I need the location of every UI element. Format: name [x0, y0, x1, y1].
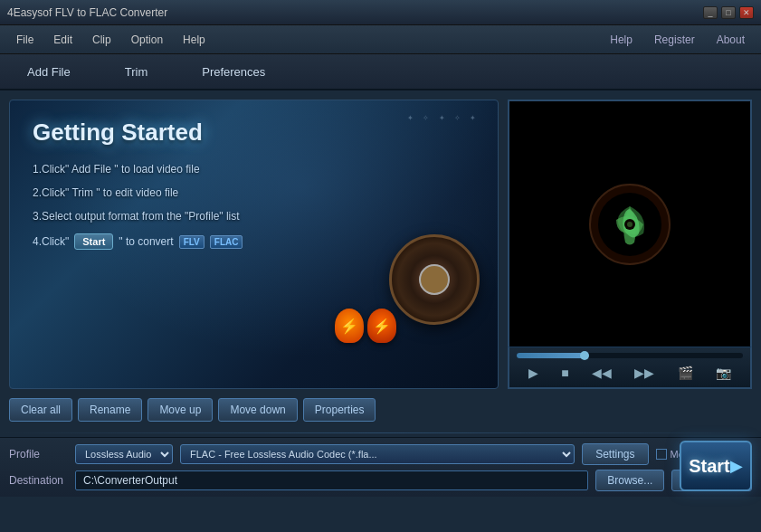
- playback-buttons: ▶ ■ ◀◀ ▶▶ 🎬 📷: [517, 364, 743, 382]
- separator: [0, 432, 761, 433]
- play-button[interactable]: ▶: [525, 364, 542, 382]
- fastforward-button[interactable]: ▶▶: [631, 364, 658, 382]
- camera-button[interactable]: 📷: [712, 364, 735, 382]
- flash-icon-1: ⚡: [335, 309, 364, 343]
- move-up-button[interactable]: Move up: [147, 398, 213, 422]
- toolbar-trim[interactable]: Trim: [116, 60, 157, 84]
- codec-select[interactable]: FLAC - Free Lossless Audio Codec (*.fla.…: [180, 444, 575, 464]
- bottom-bar: Profile Lossless Audio FLAC - Free Lossl…: [0, 437, 761, 497]
- properties-button[interactable]: Properties: [303, 398, 376, 422]
- profile-label: Profile: [9, 448, 68, 461]
- menu-right-help[interactable]: Help: [601, 30, 642, 50]
- step-4: 4.Click" Start " to convert FLV FLAC: [33, 233, 475, 250]
- menu-edit[interactable]: Edit: [44, 30, 81, 50]
- progress-bar[interactable]: [517, 353, 743, 358]
- video-panel: ▶ ■ ◀◀ ▶▶ 🎬 📷: [508, 100, 752, 389]
- close-button[interactable]: ✕: [739, 6, 754, 19]
- toolbar-preferences[interactable]: Preferences: [193, 60, 274, 84]
- profile-row: Profile Lossless Audio FLAC - Free Lossl…: [9, 443, 752, 465]
- merge-checkbox[interactable]: [656, 449, 667, 460]
- step-1: 1.Click" Add File " to load video file: [33, 163, 475, 176]
- start-button[interactable]: Start ▶: [680, 441, 752, 491]
- clear-all-button[interactable]: Clear all: [9, 398, 72, 422]
- destination-input[interactable]: [75, 470, 588, 490]
- progress-handle[interactable]: [580, 351, 589, 360]
- action-buttons: Clear all Rename Move up Move down Prope…: [0, 398, 761, 429]
- menu-help[interactable]: Help: [174, 30, 214, 50]
- menu-clip[interactable]: Clip: [83, 30, 120, 50]
- snapshot-button[interactable]: 🎬: [674, 364, 697, 382]
- video-controls-bar: ▶ ■ ◀◀ ▶▶ 🎬 📷: [508, 347, 752, 389]
- toolbar: Add File Trim Preferences: [0, 54, 761, 90]
- maximize-button[interactable]: □: [721, 6, 736, 19]
- rewind-button[interactable]: ◀◀: [588, 364, 615, 382]
- step-4-start-btn: Start: [74, 233, 113, 250]
- toolbar-add-file[interactable]: Add File: [18, 60, 80, 84]
- title-text: 4Easysof FLV to FLAC Converter: [7, 6, 703, 19]
- move-down-button[interactable]: Move down: [218, 398, 297, 422]
- stop-button[interactable]: ■: [557, 364, 572, 382]
- getting-started-title: Getting Started: [33, 119, 475, 147]
- svg-point-3: [627, 222, 633, 227]
- step-3: 3.Select output format from the "Profile…: [33, 210, 475, 223]
- destination-label: Destination: [9, 474, 68, 487]
- menu-right-about[interactable]: About: [708, 30, 754, 50]
- rename-button[interactable]: Rename: [78, 398, 142, 422]
- video-screen: [508, 100, 752, 347]
- preview-panel: Getting Started 1.Click" Add File " to l…: [9, 100, 499, 389]
- menu-file[interactable]: File: [7, 30, 43, 50]
- step-4-suffix: " to convert: [119, 235, 173, 248]
- title-bar: 4Easysof FLV to FLAC Converter _ □ ✕: [0, 0, 761, 25]
- menu-left: File Edit Clip Option Help: [7, 30, 214, 50]
- start-label: Start: [689, 456, 730, 477]
- menu-bar: File Edit Clip Option Help Help Register…: [0, 25, 761, 54]
- menu-right-register[interactable]: Register: [645, 30, 704, 50]
- flac-badge: FLAC: [210, 235, 243, 249]
- menu-right: Help Register About: [601, 30, 754, 50]
- window-controls: _ □ ✕: [703, 6, 754, 19]
- browse-button[interactable]: Browse...: [595, 470, 664, 491]
- bottom-section: Profile Lossless Audio FLAC - Free Lossl…: [0, 432, 761, 500]
- destination-row: Destination Browse... Open Folder: [9, 470, 752, 491]
- step-4-prefix: 4.Click": [33, 235, 69, 248]
- app-logo: [589, 184, 671, 265]
- flash-icons-area: ⚡ ⚡: [335, 309, 396, 343]
- step-2: 2.Click" Trim " to edit video file: [33, 186, 475, 199]
- flash-icon-2: ⚡: [367, 309, 396, 343]
- start-arrow: ▶: [730, 456, 743, 476]
- main-content: Getting Started 1.Click" Add File " to l…: [0, 90, 761, 398]
- profile-select[interactable]: Lossless Audio: [75, 444, 173, 464]
- settings-button[interactable]: Settings: [582, 443, 648, 465]
- minimize-button[interactable]: _: [703, 6, 718, 19]
- flv-badge: FLV: [179, 235, 205, 249]
- menu-option[interactable]: Option: [122, 30, 172, 50]
- progress-fill: [517, 353, 585, 358]
